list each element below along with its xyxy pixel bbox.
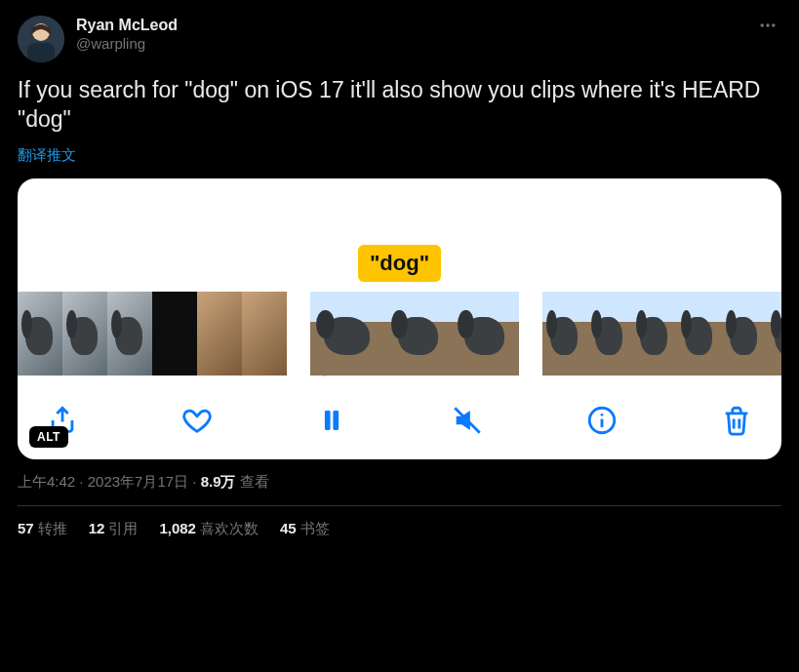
avatar[interactable] bbox=[18, 16, 64, 62]
video-thumb[interactable] bbox=[386, 292, 453, 376]
stats-row: 57转推 12引用 1,082喜欢次数 45书签 bbox=[18, 520, 781, 538]
retweets-stat[interactable]: 57转推 bbox=[18, 520, 67, 538]
trash-icon[interactable] bbox=[719, 403, 754, 438]
svg-point-5 bbox=[772, 23, 775, 26]
video-thumb[interactable] bbox=[197, 292, 242, 376]
video-thumb[interactable] bbox=[62, 292, 107, 376]
divider bbox=[18, 505, 781, 506]
svg-point-4 bbox=[766, 23, 769, 26]
svg-rect-6 bbox=[325, 411, 331, 430]
video-thumb[interactable] bbox=[722, 292, 767, 376]
video-thumb[interactable] bbox=[18, 292, 62, 376]
video-thumb[interactable] bbox=[587, 292, 632, 376]
author-name: Ryan McLeod bbox=[76, 16, 178, 35]
clip-group-3 bbox=[542, 292, 781, 376]
video-thumb[interactable] bbox=[677, 292, 722, 376]
tweet-meta: 上午4:422023年7月17日8.9万 查看 bbox=[18, 473, 781, 492]
more-icon[interactable] bbox=[758, 16, 778, 35]
author-block[interactable]: Ryan McLeod @warpling bbox=[76, 16, 178, 54]
video-thumb[interactable] bbox=[310, 292, 386, 376]
mute-icon[interactable] bbox=[450, 403, 485, 438]
views-label: 查看 bbox=[240, 473, 269, 490]
clip-group-1 bbox=[18, 292, 287, 376]
views-count: 8.9万 bbox=[201, 473, 236, 490]
quotes-stat[interactable]: 12引用 bbox=[89, 520, 139, 538]
tweet-text: If you search for "dog" on iOS 17 it'll … bbox=[18, 76, 781, 135]
video-thumb[interactable] bbox=[542, 292, 587, 376]
media-toolbar bbox=[18, 383, 781, 459]
likes-stat[interactable]: 1,082喜欢次数 bbox=[159, 520, 259, 538]
heart-icon[interactable] bbox=[180, 403, 215, 438]
tweet-container: Ryan McLeod @warpling If you search for … bbox=[0, 0, 799, 554]
clip-group-2 bbox=[310, 292, 519, 376]
alt-badge[interactable]: ALT bbox=[29, 426, 68, 448]
svg-point-3 bbox=[761, 23, 764, 26]
video-thumb[interactable] bbox=[242, 292, 287, 376]
tweet-date[interactable]: 2023年7月17日 bbox=[88, 473, 188, 490]
video-thumb[interactable] bbox=[632, 292, 677, 376]
info-icon[interactable] bbox=[584, 403, 619, 438]
media-inner: "dog" bbox=[18, 178, 781, 459]
tweet-header: Ryan McLeod @warpling bbox=[18, 16, 781, 62]
video-thumb[interactable] bbox=[107, 292, 152, 376]
translate-link[interactable]: 翻译推文 bbox=[18, 146, 76, 165]
tweet-time[interactable]: 上午4:42 bbox=[18, 473, 75, 490]
caption-highlight: "dog" bbox=[358, 245, 441, 282]
pause-icon[interactable] bbox=[314, 403, 349, 438]
svg-rect-7 bbox=[334, 411, 340, 430]
video-thumb[interactable] bbox=[453, 292, 519, 376]
video-thumb[interactable] bbox=[152, 292, 197, 376]
svg-rect-2 bbox=[27, 43, 55, 62]
timeline[interactable] bbox=[18, 292, 781, 383]
bookmarks-stat[interactable]: 45书签 bbox=[280, 520, 330, 538]
media-card[interactable]: "dog" bbox=[18, 178, 781, 459]
svg-point-11 bbox=[600, 414, 603, 416]
video-thumb[interactable] bbox=[767, 292, 781, 376]
author-handle: @warpling bbox=[76, 35, 178, 54]
